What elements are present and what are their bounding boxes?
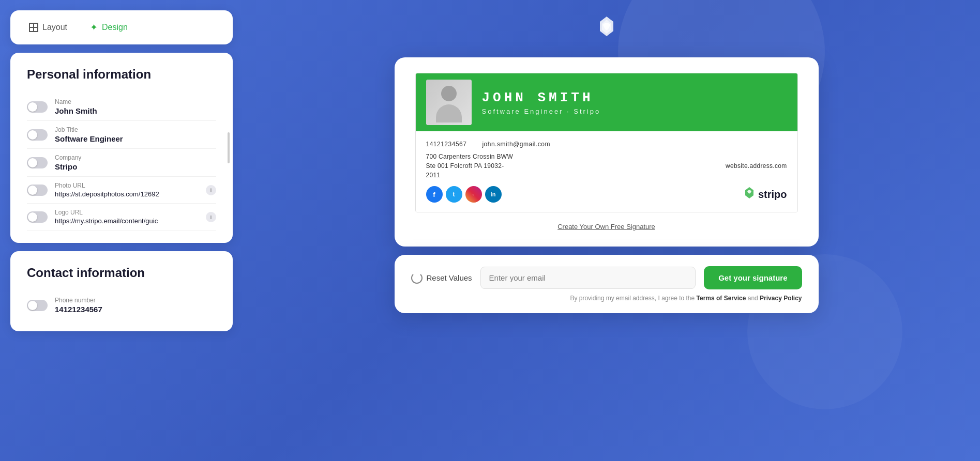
contact-section-card: Contact information Phone number 1412123… [10, 251, 233, 331]
signature-body: 14121234567 john.smith@gmail.com 700 Car… [416, 131, 797, 212]
left-panel: Layout ✦ Design Personal information Nam… [10, 10, 233, 451]
scroll-indicator [228, 132, 230, 163]
name-field-row: Name John Smith [27, 93, 216, 121]
signature-photo [426, 80, 472, 125]
signature-preview-card: JOHN SMITH Software Engineer · Stripo 14… [395, 57, 819, 247]
phone-label: Phone number [55, 297, 216, 304]
terms-link[interactable]: Terms of Service [697, 295, 746, 302]
phone-field-row: Phone number 14121234567 [27, 291, 216, 319]
photo-url-field-row: Photo URL https://st.depositphotos.com/1… [27, 177, 216, 204]
right-panel: JOHN SMITH Software Engineer · Stripo 14… [243, 10, 970, 451]
and-text: and [748, 295, 758, 302]
reset-icon [411, 272, 423, 284]
twitter-icon: t [446, 186, 462, 203]
signature-template: JOHN SMITH Software Engineer · Stripo 14… [415, 73, 798, 212]
cta-row: Reset Values Get your signature [411, 266, 802, 289]
job-title-label: Job Title [55, 126, 216, 133]
name-toggle[interactable] [27, 101, 48, 113]
signature-header: JOHN SMITH Software Engineer · Stripo [416, 73, 797, 131]
facebook-icon: f [426, 186, 443, 203]
signature-email: john.smith@gmail.com [482, 141, 550, 148]
address-line2: Ste 001 Folcroft PA 19032- [426, 162, 504, 170]
legal-text: By providing my email address, I agree t… [570, 295, 695, 302]
layout-label: Layout [42, 23, 67, 32]
signature-phone: 14121234567 [426, 141, 467, 148]
logo-area [594, 10, 620, 49]
address-line3: 2011 [426, 172, 441, 179]
reset-button[interactable]: Reset Values [411, 272, 472, 284]
logo-url-toggle[interactable] [27, 211, 48, 223]
person-body-shape [436, 104, 462, 122]
job-title-field-row: Job Title Software Engineer [27, 121, 216, 149]
signature-name-block: JOHN SMITH Software Engineer · Stripo [482, 90, 787, 115]
logo-url-info-button[interactable]: i [206, 212, 216, 222]
photo-url-value: https://st.depositphotos.com/12692 [55, 190, 199, 198]
phone-value: 14121234567 [55, 305, 216, 314]
photo-url-toggle[interactable] [27, 185, 48, 196]
signature-contact-row: 14121234567 john.smith@gmail.com [426, 141, 787, 148]
company-field-content: Company Stripo [55, 154, 216, 171]
design-label: Design [102, 23, 128, 32]
cta-legal-text: By providing my email address, I agree t… [411, 295, 802, 302]
company-value: Stripo [55, 162, 216, 171]
get-signature-button[interactable]: Get your signature [704, 266, 802, 289]
logo-url-field-row: Logo URL https://my.stripo.email/content… [27, 204, 216, 230]
name-field-content: Name John Smith [55, 98, 216, 115]
signature-address-row: 700 Carpenters Crossin BWW Ste 001 Folcr… [426, 152, 787, 180]
stripo-logo-mark [594, 16, 620, 44]
logo-url-value: https://my.stripo.email/content/guic [55, 217, 199, 225]
logo-url-field-content: Logo URL https://my.stripo.email/content… [55, 209, 199, 225]
create-signature-link[interactable]: Create Your Own Free Signature [557, 223, 655, 230]
personal-section-title: Personal information [27, 67, 216, 82]
design-icon: ✦ [90, 22, 98, 33]
reset-label: Reset Values [427, 273, 472, 282]
logo-url-label: Logo URL [55, 209, 199, 216]
signature-name: JOHN SMITH [482, 90, 787, 105]
brand-logo-icon [744, 187, 755, 202]
name-label: Name [55, 98, 216, 105]
photo-url-info-button[interactable]: i [206, 185, 216, 195]
layout-button[interactable]: Layout [25, 21, 71, 34]
signature-website: website.address.com [726, 162, 787, 170]
phone-field-content: Phone number 14121234567 [55, 297, 216, 314]
company-toggle[interactable] [27, 157, 48, 168]
signature-social-icons: f t ◦ in [426, 186, 502, 203]
company-label: Company [55, 154, 216, 161]
signature-address: 700 Carpenters Crossin BWW Ste 001 Folcr… [426, 152, 711, 180]
name-value: John Smith [55, 106, 216, 115]
signature-brand: stripo [744, 187, 787, 202]
linkedin-icon: in [485, 186, 502, 203]
privacy-link[interactable]: Privacy Policy [760, 295, 802, 302]
personal-section-card: Personal information Name John Smith Job… [10, 53, 233, 243]
create-link-area: Create Your Own Free Signature [415, 222, 798, 231]
address-line1: 700 Carpenters Crossin BWW [426, 153, 514, 160]
signature-footer: f t ◦ in [426, 186, 787, 203]
signature-photo-placeholder [426, 80, 472, 125]
photo-url-label: Photo URL [55, 182, 199, 189]
design-button[interactable]: ✦ Design [86, 20, 132, 35]
phone-toggle[interactable] [27, 300, 48, 311]
signature-full-title: Software Engineer · Stripo [482, 107, 787, 115]
photo-url-field-content: Photo URL https://st.depositphotos.com/1… [55, 182, 199, 198]
brand-name-text: stripo [758, 189, 787, 201]
job-title-field-content: Job Title Software Engineer [55, 126, 216, 143]
cta-card: Reset Values Get your signature By provi… [395, 255, 819, 313]
toolbar-card: Layout ✦ Design [10, 10, 233, 44]
layout-icon [29, 23, 38, 32]
company-field-row: Company Stripo [27, 149, 216, 177]
job-title-toggle[interactable] [27, 129, 48, 141]
instagram-icon: ◦ [465, 186, 482, 203]
job-title-value: Software Engineer [55, 134, 216, 143]
person-head-shape [441, 86, 457, 101]
contact-section-title: Contact information [27, 266, 216, 280]
email-input[interactable] [480, 267, 696, 289]
